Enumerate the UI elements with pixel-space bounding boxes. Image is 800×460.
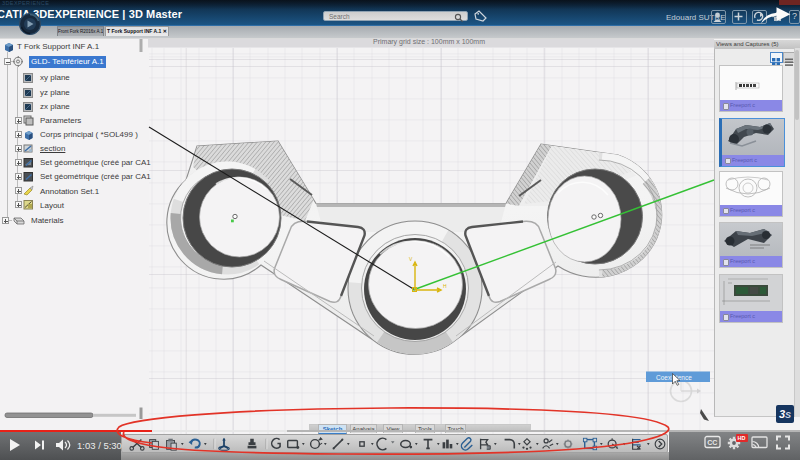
svg-text:1: 1: [616, 445, 619, 450]
svg-text:HD: HD: [738, 435, 746, 441]
svg-text:CC: CC: [707, 439, 717, 446]
svg-text:1:03 / 5:30: 1:03 / 5:30: [77, 440, 122, 451]
